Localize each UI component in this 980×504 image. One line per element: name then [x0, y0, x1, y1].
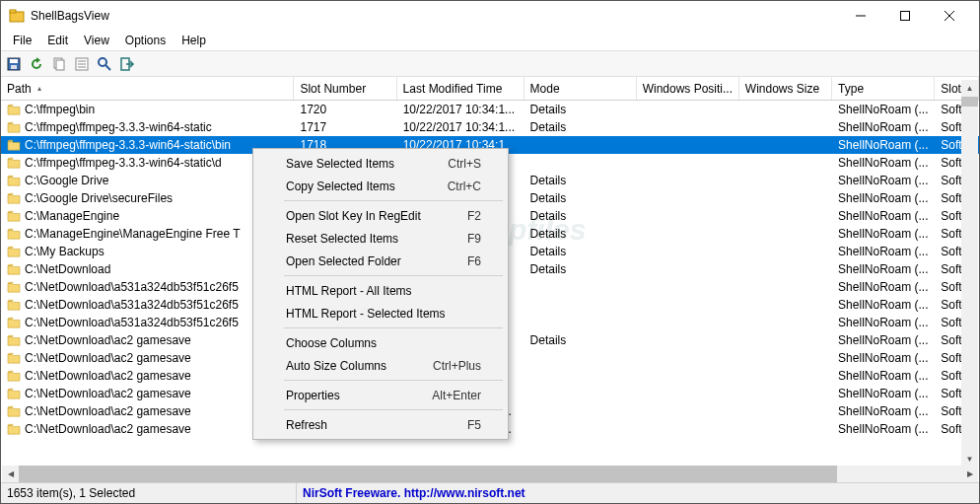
- cell-path: C:\ManageEngine\ManageEngine Free T: [1, 227, 294, 241]
- context-menu-label: Copy Selected Items: [286, 180, 395, 193]
- cell-type: ShellNoRoam (...: [832, 280, 935, 294]
- context-menu-item[interactable]: Reset Selected ItemsF9: [256, 227, 505, 250]
- column-last-modified[interactable]: Last Modified Time: [397, 77, 525, 100]
- context-menu-separator: [284, 380, 503, 381]
- cell-slot: 1720: [294, 103, 396, 116]
- context-menu-separator: [284, 200, 503, 201]
- context-menu-shortcut: Ctrl+S: [448, 157, 481, 171]
- scroll-right-icon[interactable]: ▶: [961, 466, 978, 482]
- cell-path: C:\NetDownload\a531a324db53f51c26f5: [1, 280, 294, 294]
- scroll-left-icon[interactable]: ◀: [2, 466, 19, 482]
- column-windows-size[interactable]: Windows Size: [739, 77, 832, 100]
- context-menu-item[interactable]: Copy Selected ItemsCtrl+C: [256, 175, 505, 197]
- cell-type: ShellNoRoam (...: [832, 209, 935, 223]
- cell-type: ShellNoRoam (...: [832, 422, 935, 436]
- column-slot-number[interactable]: Slot Number: [294, 77, 396, 100]
- cell-modified: 10/22/2017 10:34:1...: [397, 103, 525, 116]
- column-mode[interactable]: Mode: [525, 77, 637, 100]
- minimize-button[interactable]: [838, 2, 882, 31]
- context-menu-item[interactable]: Open Slot Key In RegEditF2: [256, 204, 505, 227]
- close-button[interactable]: [927, 2, 971, 31]
- context-menu-item[interactable]: Save Selected ItemsCtrl+S: [256, 152, 505, 175]
- context-menu-label: Open Slot Key In RegEdit: [286, 209, 421, 223]
- context-menu-item[interactable]: Auto Size ColumnsCtrl+Plus: [256, 354, 505, 377]
- status-item-count: 1653 item(s), 1 Selected: [1, 483, 297, 503]
- context-menu-item[interactable]: Open Selected FolderF6: [256, 250, 505, 272]
- menubar: File Edit View Options Help: [1, 31, 979, 50]
- cell-path: C:\NetDownload\ac2 gamesave: [1, 422, 294, 436]
- cell-type: ShellNoRoam (...: [832, 156, 935, 170]
- cell-path: C:\NetDownload\a531a324db53f51c26f5: [1, 298, 294, 312]
- cell-path: C:\ffmpeg\bin: [1, 103, 294, 116]
- cell-type: ShellNoRoam (...: [832, 174, 935, 187]
- context-menu-item[interactable]: RefreshF5: [256, 413, 505, 436]
- column-windows-position[interactable]: Windows Positi...: [637, 77, 739, 100]
- scroll-thumb[interactable]: [961, 97, 978, 107]
- cell-type: ShellNoRoam (...: [832, 404, 935, 418]
- context-menu-separator: [284, 327, 503, 328]
- table-row[interactable]: C:\ffmpeg\bin172010/22/2017 10:34:1...De…: [1, 101, 979, 118]
- context-menu-shortcut: Alt+Enter: [432, 389, 481, 402]
- exit-icon[interactable]: [118, 55, 136, 73]
- cell-mode: Details: [525, 174, 637, 187]
- context-menu-item[interactable]: HTML Report - All Items: [256, 279, 505, 302]
- cell-path: C:\NetDownload\a531a324db53f51c26f5: [1, 316, 294, 329]
- context-menu-label: Reset Selected Items: [286, 232, 398, 246]
- cell-path: C:\Google Drive: [1, 174, 294, 187]
- cell-path: C:\NetDownload: [1, 262, 294, 276]
- horizontal-scrollbar[interactable]: ◀ ▶: [2, 466, 978, 482]
- cell-mode: Details: [525, 191, 637, 205]
- cell-type: ShellNoRoam (...: [832, 191, 935, 205]
- vertical-scrollbar[interactable]: ▲ ▼: [961, 80, 978, 468]
- cell-mode: Details: [525, 333, 637, 347]
- context-menu-item[interactable]: PropertiesAlt+Enter: [256, 384, 505, 406]
- menu-edit[interactable]: Edit: [39, 32, 76, 49]
- context-menu-shortcut: F6: [467, 254, 481, 268]
- column-type[interactable]: Type: [832, 77, 935, 100]
- cell-type: ShellNoRoam (...: [832, 316, 935, 329]
- cell-type: ShellNoRoam (...: [832, 369, 935, 383]
- menu-view[interactable]: View: [76, 32, 117, 49]
- refresh-icon[interactable]: [28, 55, 45, 73]
- titlebar: ShellBagsView: [1, 1, 979, 31]
- menu-file[interactable]: File: [5, 32, 39, 49]
- cell-mode: Details: [525, 120, 637, 134]
- context-menu-item[interactable]: HTML Report - Selected Items: [256, 302, 505, 324]
- cell-path: C:\My Backups: [1, 245, 294, 258]
- table-row[interactable]: C:\ffmpeg\ffmpeg-3.3.3-win64-static17171…: [1, 118, 979, 136]
- context-menu-label: HTML Report - Selected Items: [286, 307, 446, 321]
- save-icon[interactable]: [5, 55, 23, 73]
- cell-type: ShellNoRoam (...: [832, 387, 935, 400]
- app-icon: [9, 8, 25, 24]
- cell-type: ShellNoRoam (...: [832, 120, 935, 134]
- cell-type: ShellNoRoam (...: [832, 262, 935, 276]
- properties-icon[interactable]: [73, 55, 91, 73]
- context-menu-shortcut: F5: [467, 418, 481, 432]
- menu-options[interactable]: Options: [117, 32, 174, 49]
- hscroll-thumb[interactable]: [19, 466, 837, 482]
- window-title: ShellBagsView: [31, 9, 838, 23]
- cell-type: ShellNoRoam (...: [832, 298, 935, 312]
- cell-type: ShellNoRoam (...: [832, 103, 935, 116]
- context-menu-item[interactable]: Choose Columns: [256, 331, 505, 354]
- cell-path: C:\NetDownload\ac2 gamesave: [1, 333, 294, 347]
- svg-rect-10: [56, 60, 64, 70]
- context-menu-label: Properties: [286, 389, 340, 402]
- svg-rect-7: [10, 59, 18, 63]
- copy-icon[interactable]: [50, 55, 68, 73]
- context-menu-shortcut: Ctrl+Plus: [433, 359, 481, 373]
- svg-point-15: [99, 58, 106, 66]
- menu-help[interactable]: Help: [174, 32, 214, 49]
- window-controls: [838, 2, 971, 31]
- find-icon[interactable]: [96, 55, 113, 73]
- cell-mode: Details: [525, 103, 637, 116]
- scroll-up-icon[interactable]: ▲: [961, 80, 978, 97]
- toolbar: [1, 50, 979, 77]
- column-path[interactable]: Path▴: [1, 77, 294, 100]
- cell-type: ShellNoRoam (...: [832, 245, 935, 258]
- svg-rect-3: [900, 12, 909, 21]
- context-menu-label: HTML Report - All Items: [286, 284, 412, 298]
- cell-mode: Details: [525, 209, 637, 223]
- maximize-button[interactable]: [882, 2, 927, 31]
- context-menu-shortcut: F9: [467, 232, 481, 246]
